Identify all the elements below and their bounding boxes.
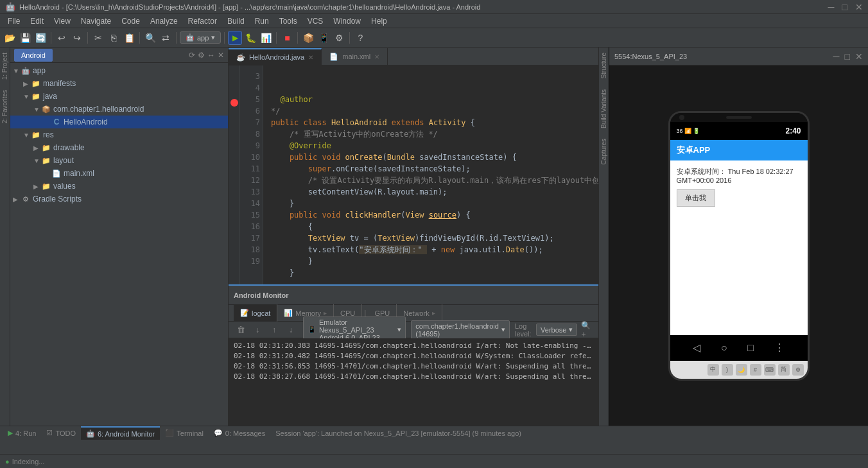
status-tab-todo[interactable]: ☑ TODO [41,426,81,440]
stop-button[interactable]: ■ [280,31,294,45]
project-sync-btn[interactable]: ⟳ [189,51,195,60]
minimize-button[interactable]: ─ [828,2,835,12]
project-close-btn[interactable]: ✕ [218,51,224,60]
project-settings-btn[interactable]: ⚙ [198,51,205,60]
log-level-selector[interactable]: Verbose ▾ [536,324,577,336]
up-btn[interactable]: ↑ [267,323,281,337]
profile-button[interactable]: 📊 [259,31,273,45]
tab-helloandroid-java[interactable]: ☕ HelloAndroid.java ✕ [229,48,322,65]
ime-btn-4[interactable]: # [750,364,761,376]
toolbar-find[interactable]: 🔍 [143,31,157,45]
tab-helloandroid-close[interactable]: ✕ [308,54,313,61]
maximize-button[interactable]: □ [842,2,847,12]
menu-run[interactable]: Run [250,15,274,27]
toolbar-undo[interactable]: ↩ [55,31,69,45]
tree-layout[interactable]: ▼ 📁 layout [10,154,228,167]
phone-overview-btn[interactable]: □ [747,342,754,354]
menu-navigate[interactable]: Navigate [76,15,116,27]
log-content[interactable]: 02-18 02:31:20.383 14695-14695/com.chapt… [229,338,598,426]
phone-back-btn[interactable]: ◁ [693,342,700,354]
process-selector[interactable]: com.chapter1.helloandroid (14695) ▾ [411,320,510,340]
search-log-btn[interactable]: 🔍+ [581,323,593,337]
phone-home-btn[interactable]: ○ [721,342,727,354]
menu-file[interactable]: File [3,15,25,27]
sidebar-tab-build-variants[interactable]: Build Variants [599,84,609,134]
nav-tab-android[interactable]: Android [14,49,53,62]
toolbar-cut[interactable]: ✂ [91,31,105,45]
ime-btn-3[interactable]: 🌙 [736,364,747,376]
help-button[interactable]: ? [353,31,367,45]
sidebar-tab-favorites[interactable]: 2: Favorites [0,85,10,128]
menu-code[interactable]: Code [116,15,145,27]
emulator-minimize[interactable]: ─ [833,51,840,62]
sidebar-tab-captures[interactable]: Captures [599,134,609,170]
android-icon: 🤖 [21,65,31,76]
tab-mainxml-close[interactable]: ✕ [374,53,379,60]
menu-help[interactable]: Help [366,15,392,27]
log-level: Log level: Verbose ▾ [515,322,577,338]
toolbar-paste[interactable]: 📋 [122,31,136,45]
emulator-close[interactable]: ✕ [855,51,863,62]
down-btn[interactable]: ↓ [284,323,298,337]
tree-app[interactable]: ▼ 🤖 app [10,64,228,77]
tree-java[interactable]: ▼ 📁 java [10,90,228,103]
toolbar-redo[interactable]: ↪ [70,31,84,45]
tree-helloandroid[interactable]: ▶ C HelloAndroid [10,116,228,128]
tree-manifests[interactable]: ▶ 📁 manifests [10,77,228,90]
breakpoint-marker[interactable] [230,99,238,107]
avd-manager[interactable]: 📱 [317,31,331,45]
project-expand-btn[interactable]: ↔ [207,51,215,60]
menu-window[interactable]: Window [328,15,366,27]
phone-wrapper: 36 📶 🔋 2:40 安卓APP 安卓系统时间： Thu Feb 18 02:… [609,65,868,426]
status-tab-monitor[interactable]: 🤖 6: Android Monitor [81,426,160,440]
toolbar-open[interactable]: 📂 [3,31,17,45]
debug-button[interactable]: 🐛 [243,31,257,45]
toolbar-copy[interactable]: ⎘ [107,31,121,45]
phone-click-btn[interactable]: 单击我 [677,189,715,207]
settings-button[interactable]: ⚙ [332,31,346,45]
tree-package[interactable]: ▼ 📦 com.chapter1.helloandroid [10,103,228,116]
log-line-3: 02-18 02:31:56.853 14695-14701/com.chapt… [234,361,593,372]
tree-gradle[interactable]: ▶ ⚙ Gradle Scripts [10,193,228,205]
menu-edit[interactable]: Edit [25,15,49,27]
ime-btn-5[interactable]: ⌨ [764,364,776,376]
tree-mainxml-label: main.xml [64,169,94,178]
tree-drawable[interactable]: ▶ 📁 drawable [10,141,228,154]
tree-mainxml[interactable]: ▶ 📄 main.xml [10,167,228,180]
clear-logcat-btn[interactable]: 🗑 [234,323,248,337]
phone-body: 36 📶 🔋 2:40 安卓APP 安卓系统时间： Thu Feb 18 02:… [668,111,810,381]
sidebar-tab-project[interactable]: 1: Project [0,48,10,85]
phone-more-btn[interactable]: ⋮ [774,342,785,354]
close-button[interactable]: ✕ [855,2,863,12]
run-button[interactable]: ▶ [228,31,242,45]
status-tab-run[interactable]: ▶ 4: Run [3,426,41,440]
toolbar-replace[interactable]: ⇄ [159,31,173,45]
toolbar-sync[interactable]: 🔄 [33,31,48,45]
menu-tools[interactable]: Tools [274,15,302,27]
menu-vcs[interactable]: VCS [302,15,329,27]
emulator-maximize[interactable]: □ [845,51,850,62]
ime-btn-2[interactable]: ) [722,364,733,376]
tab-mainxml[interactable]: 📄 main.xml ✕ [322,48,388,65]
monitor-tab-logcat[interactable]: 📝 logcat [234,304,277,322]
tree-manifests-label: manifests [43,79,76,88]
menu-analyze[interactable]: Analyze [145,15,183,27]
log-level-label: Log level: [515,322,534,338]
status-tab-terminal[interactable]: ⬛ Terminal [160,426,209,440]
ime-btn-1[interactable]: 中 [707,364,719,376]
sidebar-tab-structure[interactable]: Structure [599,48,609,84]
ime-btn-6[interactable]: 简 [778,364,790,376]
code-content[interactable]: @author */ public class HelloAndroid ext… [263,65,598,284]
menu-build[interactable]: Build [222,15,250,27]
app-selector[interactable]: 🤖 app ▾ [180,31,221,44]
cpu-label: CPU [340,309,355,317]
menu-view[interactable]: View [49,15,76,27]
sdk-manager[interactable]: 📦 [301,31,315,45]
ime-btn-7[interactable]: ⚙ [792,364,804,376]
tree-values[interactable]: ▶ 📁 values [10,180,228,193]
status-tab-messages[interactable]: 💬 0: Messages [209,426,270,440]
toolbar-save[interactable]: 💾 [18,31,32,45]
menu-refactor[interactable]: Refactor [183,15,222,27]
scroll-to-end-btn[interactable]: ↓ [250,323,265,337]
tree-res[interactable]: ▼ 📁 res [10,128,228,141]
